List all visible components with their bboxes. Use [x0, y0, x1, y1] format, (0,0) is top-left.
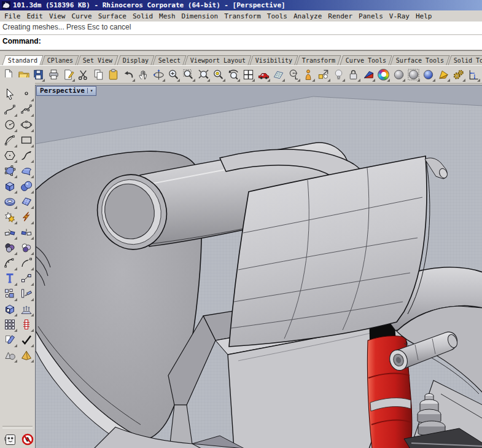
tab-display[interactable]: Display	[117, 55, 154, 65]
menu-item-render[interactable]: Render	[325, 11, 356, 22]
tab-cplanes[interactable]: CPlanes	[42, 55, 79, 65]
extract-surface-tool[interactable]	[2, 332, 17, 347]
menu-item-surface[interactable]: Surface	[95, 11, 130, 22]
ellipse-tool[interactable]	[18, 117, 34, 132]
menu-item-transform[interactable]: Transform	[221, 11, 264, 22]
control-point-curve-tool[interactable]	[2, 102, 17, 117]
dock-divider	[2, 426, 33, 428]
arc-tool[interactable]	[2, 133, 17, 147]
distribute-tool[interactable]	[18, 286, 34, 301]
block-tool[interactable]	[2, 286, 17, 301]
viewport-canvas[interactable]	[36, 85, 482, 448]
rectangular-array-tool[interactable]	[2, 317, 17, 332]
sidebar-dock	[0, 426, 35, 447]
no-sign-button[interactable]	[20, 432, 35, 447]
tab-label: Viewport Layout	[190, 57, 246, 64]
menu-item-dimension[interactable]: Dimension	[179, 11, 222, 22]
menubar: FileEditViewCurveSurfaceSolidMeshDimensi…	[0, 10, 482, 22]
curve-blend-tool[interactable]	[18, 148, 34, 163]
menu-item-vray[interactable]: V-Ray	[386, 11, 413, 22]
tab-set-view[interactable]: Set View	[77, 55, 119, 65]
chevron-down-icon[interactable]: ▾	[87, 88, 93, 93]
command-prompt-label: Command:	[2, 37, 41, 45]
linear-array-tool[interactable]	[18, 317, 34, 332]
tab-label: Select	[158, 57, 180, 64]
rectangle-tool[interactable]	[18, 133, 34, 147]
extend-curve-tool[interactable]	[18, 256, 34, 270]
primitive-solids-tool[interactable]	[2, 348, 17, 363]
command-history: Creating meshes... Press Esc to cancel	[0, 22, 482, 35]
rhino-window: 101.3dm (518396 KB) - Rhinoceros Corpora…	[0, 0, 482, 448]
boolean-difference-tool[interactable]	[18, 240, 34, 255]
titlebar: 101.3dm (518396 KB) - Rhinoceros Corpora…	[0, 0, 482, 10]
command-history-text: Creating meshes... Press Esc to cancel	[2, 23, 131, 31]
tab-standard[interactable]: Standard	[2, 55, 43, 65]
viewport-title[interactable]: Perspective ▾	[36, 86, 96, 96]
point-tool[interactable]	[18, 87, 34, 101]
menu-item-mesh[interactable]: Mesh	[156, 11, 179, 22]
menu-item-analyze[interactable]: Analyze	[290, 11, 325, 22]
boolean-split-tool[interactable]	[2, 210, 17, 224]
panda-face-button[interactable]	[3, 432, 18, 447]
box-tool[interactable]	[2, 179, 17, 194]
boolean-union-tool[interactable]	[2, 240, 17, 255]
tab-label: Set View	[83, 57, 112, 64]
fillet-edge-tool[interactable]	[2, 225, 17, 240]
sphere-tool[interactable]	[18, 179, 34, 194]
explode-tool[interactable]	[18, 210, 34, 224]
window-title: 101.3dm (518396 KB) - Rhinoceros Corpora…	[13, 1, 286, 9]
tab-label: Surface Tools	[396, 57, 444, 64]
move-point-tool[interactable]	[18, 271, 34, 286]
loft-surface-tool[interactable]	[18, 163, 34, 178]
pyramid-tool[interactable]	[18, 348, 34, 363]
circle-tool[interactable]	[2, 117, 17, 132]
text-tool[interactable]	[2, 271, 17, 286]
polygon-tool[interactable]	[2, 148, 17, 163]
tab-visibility[interactable]: Visibility	[249, 55, 298, 65]
command-line[interactable]: Command:	[0, 35, 482, 51]
tab-select[interactable]: Select	[152, 55, 186, 65]
chamfer-edge-tool[interactable]	[18, 225, 34, 240]
revolve-tool[interactable]	[2, 194, 17, 209]
tab-solid-tools[interactable]: Solid Tools	[448, 55, 482, 65]
menu-item-curve[interactable]: Curve	[69, 11, 95, 22]
tab-label: CPlanes	[47, 57, 73, 64]
tab-label: Visibility	[255, 57, 292, 64]
extrude-tool[interactable]	[2, 302, 17, 316]
menu-item-tools[interactable]: Tools	[264, 11, 290, 22]
viewport-perspective[interactable]: Perspective ▾	[35, 85, 482, 448]
menu-item-help[interactable]: Help	[413, 11, 435, 22]
tab-label: Standard	[8, 57, 37, 64]
tab-transform[interactable]: Transform	[297, 55, 341, 65]
surface-from-points-tool[interactable]	[2, 163, 17, 178]
menu-item-edit[interactable]: Edit	[24, 11, 47, 22]
tab-surface-tools[interactable]: Surface Tools	[390, 55, 449, 65]
patch-surface-tool[interactable]	[18, 194, 34, 209]
tab-label: Display	[122, 57, 148, 64]
toolbar-tab-strip: StandardCPlanesSet ViewDisplaySelectView…	[0, 51, 482, 65]
interpolate-curve-tool[interactable]	[18, 102, 34, 117]
tab-label: Curve Tools	[345, 57, 386, 64]
tab-label: Transform	[302, 57, 335, 64]
project-direction-tool[interactable]	[18, 302, 34, 316]
tab-label: Solid Tools	[454, 57, 482, 64]
app-icon[interactable]	[2, 1, 10, 9]
tab-viewport-layout[interactable]: Viewport Layout	[184, 55, 252, 65]
menu-item-solid[interactable]: Solid	[130, 11, 156, 22]
select-tool[interactable]	[2, 87, 17, 101]
check-objects-tool[interactable]	[18, 332, 34, 347]
adjust-arc-tool[interactable]	[2, 256, 17, 270]
menu-item-view[interactable]: View	[46, 11, 69, 22]
tool-sidebar	[0, 77, 35, 448]
menu-item-file[interactable]: File	[1, 11, 24, 22]
viewport-title-text: Perspective	[40, 87, 85, 95]
menu-item-panels[interactable]: Panels	[356, 11, 386, 22]
tab-curve-tools[interactable]: Curve Tools	[340, 55, 392, 65]
